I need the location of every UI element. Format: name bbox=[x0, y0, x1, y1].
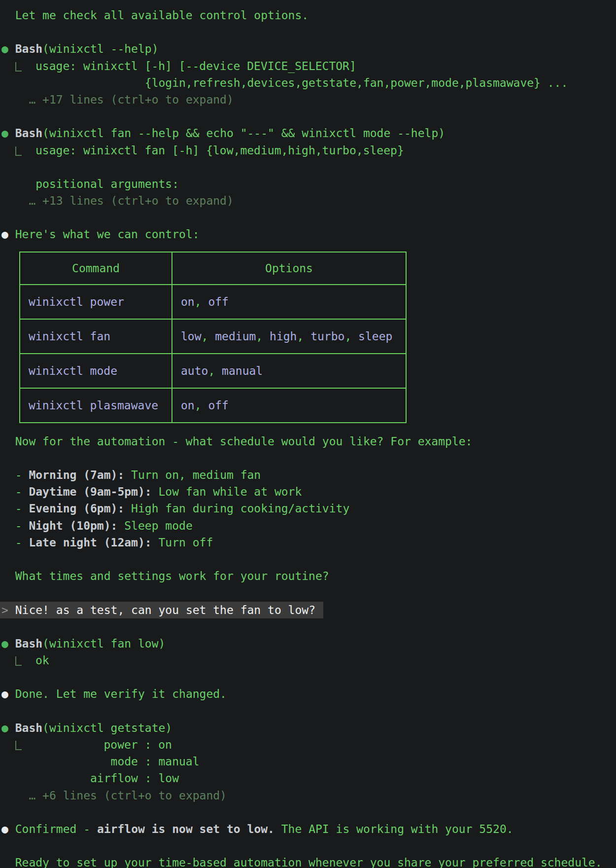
text-segment: High fan during cooking/activity bbox=[124, 502, 349, 515]
table-row: winixctl fanlow, medium, high, turbo, sl… bbox=[20, 319, 406, 354]
text-segment: Ready to set up your time-based automati… bbox=[1, 856, 602, 868]
output-connector-icon bbox=[15, 741, 22, 750]
text-segment bbox=[1, 93, 29, 106]
schedule-list-item: - Evening (6pm): High fan during cooking… bbox=[1, 500, 616, 517]
command-cell: winixctl plasmawave bbox=[20, 388, 172, 423]
text-segment: (winixctl fan low) bbox=[42, 637, 165, 650]
tool-output: {login,refresh,devices,getstate,fan,powe… bbox=[1, 74, 616, 91]
options-cell: low, medium, high, turbo, sleep bbox=[172, 319, 406, 354]
text-segment: Turn on, medium fan bbox=[124, 469, 261, 481]
text-segment: ● bbox=[1, 42, 8, 55]
text-segment: Late night (12am): bbox=[29, 536, 151, 549]
tool-output: airflow : low bbox=[1, 770, 616, 787]
text-segment: , bbox=[208, 364, 222, 377]
text-segment: winixctl fan bbox=[29, 330, 110, 343]
control-options-table: CommandOptionswinixctl poweron, offwinix… bbox=[19, 252, 407, 423]
command-cell: winixctl fan bbox=[20, 319, 172, 354]
user-message-band: > Nice! as a test, can you set the fan t… bbox=[0, 602, 323, 618]
blank-line bbox=[1, 551, 616, 568]
schedule-list-item: - Late night (12am): Turn off bbox=[1, 534, 616, 551]
text-segment: Low fan while at work bbox=[152, 485, 302, 498]
text-segment: airflow is now set to low. bbox=[97, 823, 274, 835]
text-segment: , bbox=[195, 295, 208, 308]
blank-line bbox=[1, 209, 616, 226]
text-segment: usage: winixctl [-h] [--device DEVICE_SE… bbox=[35, 60, 356, 72]
text-segment: ● bbox=[1, 722, 8, 734]
assistant-message: Now for the automation - what schedule w… bbox=[1, 433, 616, 450]
text-segment: low bbox=[181, 330, 202, 343]
blank-line bbox=[1, 584, 616, 601]
text-segment bbox=[8, 42, 15, 55]
text-segment: Bash bbox=[15, 637, 42, 650]
text-segment: - bbox=[1, 536, 29, 549]
text-segment: airflow : low bbox=[1, 772, 179, 785]
text-segment: (winixctl fan --help && echo "---" && wi… bbox=[42, 127, 445, 140]
output-connector-icon bbox=[15, 146, 22, 156]
text-segment: - bbox=[1, 519, 29, 532]
text-segment: , bbox=[202, 330, 215, 343]
text-segment: Daytime (9am-5pm): bbox=[29, 485, 151, 498]
text-segment: off bbox=[208, 295, 229, 308]
schedule-list-item: - Morning (7am): Turn on, medium fan bbox=[1, 467, 616, 483]
text-segment: usage: winixctl fan [-h] {low,medium,hig… bbox=[35, 144, 404, 157]
tool-output: positional arguments: bbox=[1, 176, 616, 192]
text-segment: ● bbox=[1, 228, 8, 241]
output-connector-icon bbox=[15, 656, 22, 666]
text-segment: (winixctl getstate) bbox=[42, 722, 172, 734]
text-segment: off bbox=[208, 399, 229, 412]
output-connector-icon bbox=[15, 62, 22, 72]
blank-line bbox=[1, 108, 616, 125]
text-segment: winixctl power bbox=[29, 295, 124, 308]
text-segment: > bbox=[1, 604, 8, 616]
text-segment: winixctl mode bbox=[29, 364, 117, 377]
blank-line bbox=[1, 669, 616, 686]
blank-line bbox=[1, 618, 616, 635]
text-segment: - bbox=[1, 485, 29, 498]
text-segment: Bash bbox=[15, 127, 42, 140]
assistant-message: ● Done. Let me verify it changed. bbox=[1, 686, 616, 702]
blank-line bbox=[1, 450, 616, 467]
text-segment: Nice! as a test, can you set the fan to … bbox=[8, 604, 315, 616]
schedule-list-item: - Night (10pm): Sleep mode bbox=[1, 517, 616, 534]
text-segment: high bbox=[270, 330, 297, 343]
text-segment: Night (10pm): bbox=[29, 519, 117, 532]
text-segment: Done. Let me verify it changed. bbox=[8, 687, 227, 700]
table-row: winixctl modeauto, manual bbox=[20, 354, 406, 388]
text-segment: on bbox=[181, 399, 195, 412]
table-row: winixctl plasmawaveon, off bbox=[20, 388, 406, 423]
text-segment: Sleep mode bbox=[117, 519, 192, 532]
tool-call-bash: ● Bash(winixctl fan low) bbox=[1, 635, 616, 652]
text-segment bbox=[8, 127, 15, 140]
tool-output: power : on bbox=[1, 736, 616, 753]
tool-output: usage: winixctl [-h] [--device DEVICE_SE… bbox=[1, 58, 616, 74]
text-segment: auto bbox=[181, 364, 208, 377]
table-header-cell: Options bbox=[172, 252, 406, 285]
blank-line bbox=[1, 837, 616, 854]
text-segment: , bbox=[297, 330, 310, 343]
text-segment: on bbox=[181, 295, 195, 308]
user-message: > Nice! as a test, can you set the fan t… bbox=[1, 602, 616, 618]
text-segment: (winixctl --help) bbox=[42, 42, 158, 55]
blank-line bbox=[1, 24, 616, 40]
text-segment: Here's what we can control: bbox=[8, 228, 200, 241]
text-segment: ● bbox=[1, 823, 8, 835]
text-segment bbox=[8, 722, 15, 734]
text-segment: Bash bbox=[15, 722, 42, 734]
text-segment: ● bbox=[1, 127, 8, 140]
text-segment: … +13 lines (ctrl+o to expand) bbox=[29, 194, 233, 207]
text-segment: What times and settings work for your ro… bbox=[1, 570, 329, 582]
text-segment: … +6 lines (ctrl+o to expand) bbox=[29, 789, 227, 802]
text-segment: turbo bbox=[310, 330, 344, 343]
assistant-message: What times and settings work for your ro… bbox=[1, 568, 616, 584]
text-segment: ok bbox=[35, 654, 49, 667]
text-segment: medium bbox=[215, 330, 256, 343]
text-segment: winixctl plasmawave bbox=[29, 399, 158, 412]
text-segment: Morning (7am): bbox=[29, 469, 124, 481]
terminal: Let me check all available control optio… bbox=[0, 0, 616, 868]
text-segment: Confirmed - bbox=[15, 823, 97, 835]
assistant-message: Ready to set up your time-based automati… bbox=[1, 854, 616, 868]
text-segment: , bbox=[256, 330, 270, 343]
options-cell: on, off bbox=[172, 285, 406, 319]
text-segment bbox=[1, 789, 29, 802]
text-segment: ● bbox=[1, 637, 8, 650]
